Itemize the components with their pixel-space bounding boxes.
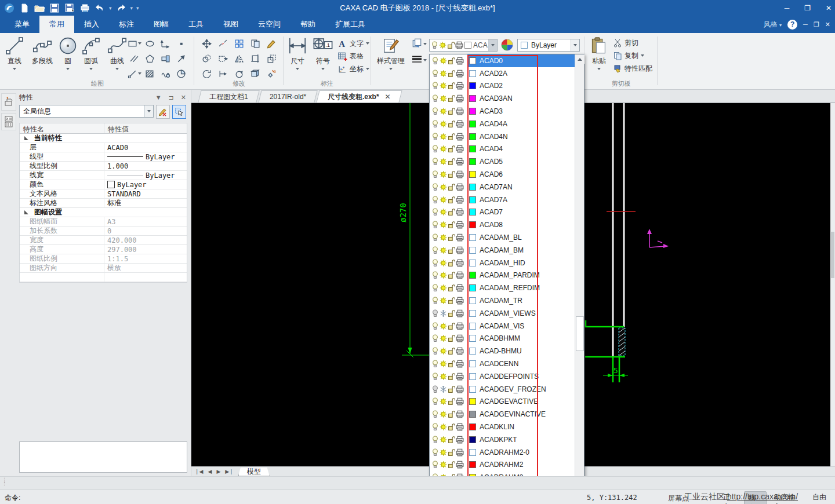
modify-icon-scale[interactable] xyxy=(264,52,279,65)
menu-tab-标注[interactable]: 标注 xyxy=(109,16,144,33)
menu-tab-扩展工具[interactable]: 扩展工具 xyxy=(325,16,375,33)
last-sheet-button[interactable]: ▶❘ xyxy=(225,469,233,474)
property-row-宽度[interactable]: 宽度420.000 xyxy=(20,236,187,245)
linewidth-button[interactable] xyxy=(412,55,427,63)
layer-row-ACAD6[interactable]: ACAD6 xyxy=(430,168,575,181)
document-tab-工程图文档1[interactable]: 工程图文档1 xyxy=(198,90,259,103)
layer-state-icons[interactable] xyxy=(431,107,467,115)
menu-tab-云空间[interactable]: 云空间 xyxy=(248,16,291,33)
copy-menu-arrow[interactable] xyxy=(641,54,644,57)
layer-state-icons[interactable] xyxy=(431,436,467,444)
layer-row-ACADGEVACTIVE[interactable]: ACADGEVACTIVE xyxy=(430,396,575,408)
layer-row-ACADAM_TR[interactable]: ACADAM_TR xyxy=(430,294,575,307)
annotate-button-坐标[interactable]: 坐标 xyxy=(337,63,369,75)
menu-tab-常用[interactable]: 常用 xyxy=(39,16,74,33)
modify-icon-paste-object[interactable] xyxy=(248,36,263,50)
scroll-up-button[interactable] xyxy=(575,54,584,64)
modify-icon-block[interactable] xyxy=(248,67,263,81)
layer-row-ACAD2[interactable]: ACAD2 xyxy=(430,80,575,93)
layer-row-ACAD2A[interactable]: ACAD2A xyxy=(430,67,575,80)
layer-row-ACADCENN[interactable]: ACADCENN xyxy=(430,357,575,370)
property-row-层[interactable]: 层ACAD0 xyxy=(20,143,187,152)
layer-state-icons[interactable] xyxy=(431,259,467,267)
draw-icon-hatch[interactable] xyxy=(142,67,158,81)
status-toggle-自由[interactable]: 自由 ▾ xyxy=(808,491,835,504)
redo-menu-arrow[interactable]: ▾ xyxy=(130,5,133,11)
scrollbar-thumb[interactable] xyxy=(831,232,834,278)
property-value[interactable]: ByLayer xyxy=(104,153,187,161)
draw-icon-axis[interactable] xyxy=(158,36,173,50)
property-group-图幅设置[interactable]: 图幅设置 xyxy=(20,208,187,217)
property-row-图纸幅面[interactable]: 图纸幅面A3 xyxy=(20,217,187,227)
menu-tab-工具[interactable]: 工具 xyxy=(179,16,213,33)
layer-row-ACADBHMM[interactable]: ACADBHMM xyxy=(430,333,575,345)
panel-close-icon[interactable]: ✕ xyxy=(181,94,186,101)
docked-panel-toggle-icon[interactable] xyxy=(1,93,16,111)
layer-state-icons[interactable] xyxy=(431,309,467,317)
dimension-line-270[interactable] xyxy=(402,103,429,357)
doc-close-button[interactable]: ✕ xyxy=(825,21,830,28)
layer-row-ACAD5[interactable]: ACAD5 xyxy=(430,155,575,168)
menu-tab-图幅[interactable]: 图幅 xyxy=(144,16,179,33)
layer-state-icons[interactable] xyxy=(431,183,467,191)
layer-state-icons[interactable] xyxy=(431,196,467,204)
layer-state-icons[interactable] xyxy=(431,284,467,292)
undo-button[interactable] xyxy=(93,2,107,14)
layer-row-ACAD7AN[interactable]: ACAD7AN xyxy=(430,181,575,193)
draw-button-圆弧[interactable]: 圆弧 xyxy=(78,35,104,79)
layer-state-icons[interactable] xyxy=(431,82,467,90)
modify-icon-break[interactable] xyxy=(215,36,231,50)
property-value[interactable]: 1:1.5 xyxy=(104,255,187,263)
layer-combo[interactable]: ACA xyxy=(429,39,498,52)
layer-row-ACADDEFPOINTS[interactable]: ACADDEFPOINTS xyxy=(430,370,575,383)
draw-button-多段线[interactable]: 多段线 xyxy=(27,35,58,79)
property-value[interactable]: 1.000 xyxy=(104,162,187,170)
menu-tab-视图[interactable]: 视图 xyxy=(213,16,248,33)
property-value[interactable]: 420.000 xyxy=(104,236,187,244)
hatch-section[interactable] xyxy=(619,328,625,356)
layer-row-ACAD4A[interactable]: ACAD4A xyxy=(430,118,575,130)
layer-row-ACADGEVINACTIVE[interactable]: ACADGEVINACTIVE xyxy=(430,408,575,421)
toolbar-grip[interactable]: ⋮⋮ xyxy=(2,479,8,484)
property-row-文本风格[interactable]: 文本风格STANDARD xyxy=(20,189,187,199)
layer-row-ACAD7[interactable]: ACAD7 xyxy=(430,206,575,219)
layer-row-ACAD8[interactable]: ACAD8 xyxy=(430,218,575,231)
next-sheet-button[interactable]: ▶ xyxy=(216,469,220,474)
draw-icon-rectangle[interactable] xyxy=(126,36,142,50)
draw-menu-arrow[interactable] xyxy=(66,68,70,70)
color-wheel-button[interactable] xyxy=(501,39,513,53)
layer-row-ACAD4[interactable]: ACAD4 xyxy=(430,143,575,156)
paste-button[interactable]: 粘贴 xyxy=(587,35,611,79)
prev-sheet-button[interactable]: ◀ xyxy=(208,469,212,474)
layer-row-ACADAM_PARDIM[interactable]: ACADAM_PARDIM xyxy=(430,269,575,282)
modify-icon-array[interactable] xyxy=(231,36,247,50)
annotate-button-符号[interactable]: .1符号 xyxy=(311,35,335,79)
draw-icon-sketch[interactable] xyxy=(126,67,142,81)
layer-row-ACADAM_VIEWS[interactable]: ACADAM_VIEWS xyxy=(430,307,575,320)
property-row-颜色[interactable]: 颜色ByLayer xyxy=(20,180,187,189)
layer-state-icons[interactable] xyxy=(431,322,467,330)
document-tab-尺寸线变粗.exb*[interactable]: 尺寸线变粗.exb*✕ xyxy=(316,90,402,103)
status-toggle-正交[interactable]: 正交 xyxy=(719,491,740,504)
layer-state-icons[interactable] xyxy=(431,246,467,254)
layer-row-ACAD3AN[interactable]: ACAD3AN xyxy=(430,92,575,105)
style-manage-menu-arrow[interactable] xyxy=(389,68,393,70)
layer-row-ACADAM_HID[interactable]: ACADAM_HID xyxy=(430,257,575,269)
layer-row-ACAD0[interactable]: ACAD0 xyxy=(430,54,575,67)
draw-menu-arrow[interactable] xyxy=(115,68,119,70)
layer-switch-button[interactable] xyxy=(412,38,427,48)
doc-minimize-button[interactable]: ─ xyxy=(803,21,808,28)
modify-icon-crop[interactable] xyxy=(248,52,263,65)
menu-tab-菜单[interactable]: 菜单 xyxy=(5,16,39,33)
modify-icon-rotate[interactable] xyxy=(231,67,247,81)
property-value[interactable]: 297.000 xyxy=(104,246,187,254)
draw-icon-arrow[interactable] xyxy=(173,52,189,65)
property-row-线型[interactable]: 线型ByLayer xyxy=(20,152,187,162)
paste-menu-arrow[interactable] xyxy=(597,68,601,70)
property-value[interactable]: 横放 xyxy=(104,263,187,273)
restore-button[interactable]: ❐ xyxy=(804,4,811,12)
dimension-text-270[interactable]: ø270 xyxy=(398,203,408,222)
menu-tab-帮助[interactable]: 帮助 xyxy=(291,16,325,33)
layer-state-icons[interactable] xyxy=(431,120,467,128)
properties-scope-arrow[interactable] xyxy=(144,105,153,117)
